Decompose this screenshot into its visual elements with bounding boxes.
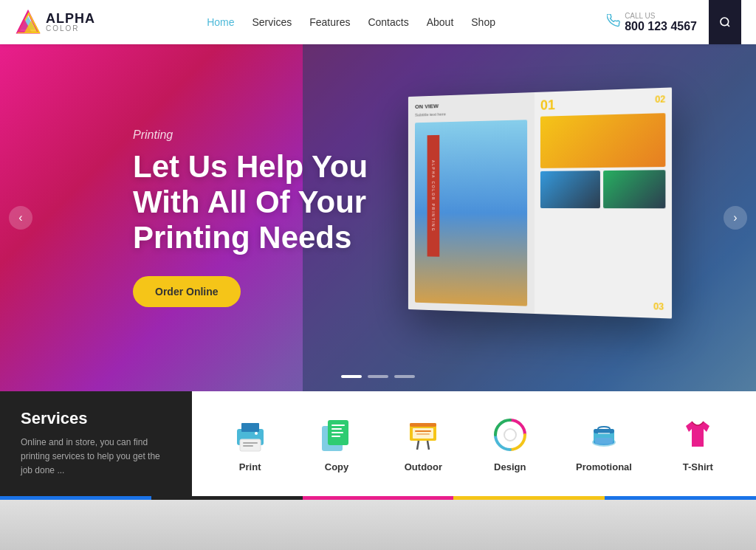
design-icon xyxy=(489,414,531,456)
tshirt-label: T-Shirt xyxy=(683,461,713,472)
print-icon xyxy=(230,414,271,456)
mag-spine: ALPHA COLOR PRINTING xyxy=(427,135,440,257)
order-online-button[interactable]: Order Online xyxy=(133,276,241,307)
hero-content: Printing Let Us Help You With All Of You… xyxy=(0,128,384,308)
nav-about[interactable]: About xyxy=(427,16,454,28)
mag-image-4 xyxy=(603,170,665,208)
magazine-mockup: ON VIEW Subtitle text here ALPHA COLOR P… xyxy=(408,87,672,318)
svg-line-22 xyxy=(427,441,429,450)
nav-features[interactable]: Features xyxy=(309,16,350,28)
header-right: CALL US 800 123 4567 xyxy=(607,0,741,44)
slider-prev-arrow[interactable]: ‹ xyxy=(9,206,32,230)
service-copy[interactable]: Copy xyxy=(316,414,357,472)
logo[interactable]: ALPHA COLOR xyxy=(15,9,95,35)
svg-rect-20 xyxy=(410,423,436,427)
hero-title: Let Us Help You With All Of Your Printin… xyxy=(133,149,384,256)
services-grid: Print Copy xyxy=(192,391,756,496)
copy-icon xyxy=(316,414,357,456)
hero-subtitle: Printing xyxy=(133,128,384,142)
services-title: Services xyxy=(21,409,171,428)
header: ALPHA COLOR Home Services Features Conta… xyxy=(0,0,756,44)
service-outdoor[interactable]: Outdoor xyxy=(402,414,444,472)
dot-1[interactable] xyxy=(341,375,362,378)
svg-rect-8 xyxy=(241,423,259,432)
dot-2[interactable] xyxy=(368,375,388,378)
service-print[interactable]: Print xyxy=(230,414,271,472)
logo-icon xyxy=(15,9,41,35)
svg-rect-15 xyxy=(331,424,345,426)
copy-label: Copy xyxy=(325,461,349,472)
bottom-image xyxy=(0,500,756,550)
phone-area: CALL US 800 123 4567 xyxy=(607,12,697,33)
service-design[interactable]: Design xyxy=(489,414,531,472)
slider-next-arrow[interactable]: › xyxy=(724,206,747,230)
svg-point-27 xyxy=(504,429,516,441)
outdoor-icon xyxy=(402,414,444,456)
phone-info: CALL US 800 123 4567 xyxy=(625,12,697,33)
svg-rect-10 xyxy=(243,442,258,444)
nav-contacts[interactable]: Contacts xyxy=(368,16,408,28)
slider-dots xyxy=(341,375,415,378)
svg-rect-16 xyxy=(331,428,342,430)
phone-icon xyxy=(607,14,620,30)
promotional-label: Promotional xyxy=(576,461,632,472)
outdoor-label: Outdoor xyxy=(405,461,442,472)
dot-3[interactable] xyxy=(394,375,415,378)
mag-image-2 xyxy=(540,113,665,168)
hero-magazine: ON VIEW Subtitle text here ALPHA COLOR P… xyxy=(402,92,712,343)
services-left-panel: Services Online and in store, you can fi… xyxy=(0,391,192,496)
nav-home[interactable]: Home xyxy=(207,16,234,28)
service-tshirt[interactable]: T-Shirt xyxy=(677,414,718,472)
svg-rect-24 xyxy=(415,430,431,432)
bottom-section xyxy=(0,500,756,550)
mag-right-page: 01 02 03 xyxy=(535,87,672,318)
nav: Home Services Features Contacts About Sh… xyxy=(207,16,495,28)
svg-rect-18 xyxy=(331,436,340,437)
nav-services[interactable]: Services xyxy=(252,16,292,28)
svg-point-12 xyxy=(255,432,258,435)
nav-shop[interactable]: Shop xyxy=(471,16,495,28)
svg-rect-25 xyxy=(416,433,430,435)
svg-point-5 xyxy=(721,18,729,26)
search-button[interactable] xyxy=(709,0,741,44)
svg-rect-17 xyxy=(331,432,343,433)
logo-text: ALPHA COLOR xyxy=(46,12,95,32)
promotional-icon xyxy=(583,414,625,456)
tshirt-icon xyxy=(677,414,718,456)
hero-section: ‹ Printing Let Us Help You With All Of Y… xyxy=(0,44,756,391)
print-label: Print xyxy=(239,461,261,472)
service-promotional[interactable]: Promotional xyxy=(576,414,632,472)
mag-image-3 xyxy=(540,171,600,208)
design-label: Design xyxy=(494,461,526,472)
svg-line-6 xyxy=(727,24,729,27)
svg-line-21 xyxy=(417,441,419,450)
svg-rect-11 xyxy=(243,445,253,447)
svg-rect-33 xyxy=(595,438,613,444)
services-section: Services Online and in store, you can fi… xyxy=(0,391,756,496)
services-description: Online and in store, you can find printi… xyxy=(21,436,171,478)
